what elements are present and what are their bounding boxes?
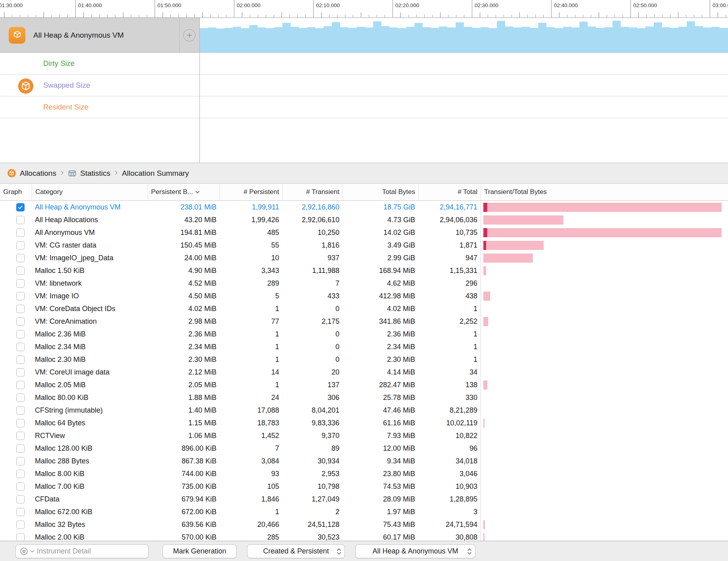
- table-row[interactable]: Malloc 2.00 KiB 570.00 KiB 285 30,523 60…: [0, 531, 728, 541]
- col-header-num-persistent[interactable]: # Persistent: [220, 184, 282, 200]
- table-row[interactable]: VM: Image IO 4.50 MiB 5 433 412.98 MiB 4…: [0, 290, 728, 302]
- num-transient-cell: 24,51,128: [282, 518, 343, 531]
- table-row[interactable]: Malloc 2.05 MiB 2.05 MiB 1 137 282.47 Mi…: [0, 378, 728, 391]
- row-checkbox[interactable]: [16, 444, 25, 453]
- row-checkbox[interactable]: [16, 368, 25, 377]
- add-instrument-button[interactable]: [183, 29, 195, 41]
- row-checkbox[interactable]: [16, 521, 25, 529]
- table-row[interactable]: All Heap & Anonymous VM 238.01 MiB 1,99,…: [0, 201, 728, 213]
- table-row[interactable]: Malloc 672.00 KiB 672.00 KiB 1 2 1.97 Mi…: [0, 505, 728, 518]
- table-row[interactable]: VM: CoreData Object IDs 4.02 MiB 1 0 4.0…: [0, 302, 728, 315]
- row-checkbox[interactable]: [16, 533, 25, 541]
- row-checkbox[interactable]: [16, 457, 25, 465]
- table-row[interactable]: All Anonymous VM 194.81 MiB 485 10,250 1…: [0, 226, 728, 239]
- row-checkbox[interactable]: [16, 305, 25, 313]
- track-header[interactable]: All Heap & Anonymous VM: [0, 18, 199, 53]
- table-row[interactable]: Malloc 128.00 KiB 896.00 KiB 7 89 12.00 …: [0, 442, 728, 455]
- allocations-instrument-icon: [17, 78, 34, 94]
- timeline-ruler[interactable]: 01:30.00001:40.00001:50.00002:00.00002:1…: [0, 0, 728, 18]
- table-row[interactable]: VM: CG raster data 150.45 MiB 55 1,816 3…: [0, 239, 728, 252]
- row-checkbox[interactable]: [16, 203, 25, 211]
- col-header-category[interactable]: Category: [32, 184, 148, 200]
- table-row[interactable]: Malloc 2.34 MiB 2.34 MiB 1 0 2.34 MiB 1: [0, 340, 728, 353]
- category-cell: Malloc 1.50 KiB: [32, 264, 148, 277]
- track-header-divider: [179, 18, 180, 52]
- col-header-persistent-bytes[interactable]: Persistent B...: [148, 184, 220, 200]
- persistent-bytes-cell: 896.00 KiB: [148, 442, 220, 455]
- ruler-time-label: 01:40.000: [75, 0, 102, 17]
- col-header-transient-total-bytes[interactable]: Transient/Total Bytes: [481, 184, 728, 200]
- row-checkbox[interactable]: [16, 432, 25, 440]
- transient-total-bar-cell: [481, 290, 728, 302]
- num-total-cell: 8,21,289: [418, 404, 481, 417]
- num-transient-cell: 10,250: [282, 226, 343, 239]
- row-checkbox[interactable]: [16, 495, 25, 503]
- num-total-cell: 3,046: [418, 467, 481, 480]
- persistent-bytes-cell: 735.00 KiB: [148, 480, 220, 493]
- table-row[interactable]: RCTView 1.06 MiB 1,452 9,370 7.93 MiB 10…: [0, 429, 728, 442]
- table-row[interactable]: Malloc 8.00 KiB 744.00 KiB 93 2,953 23.8…: [0, 467, 728, 480]
- transient-total-bar-cell: [481, 404, 728, 417]
- table-row[interactable]: Malloc 32 Bytes 639.56 KiB 20,466 24,51,…: [0, 518, 728, 531]
- memory-usage-graph[interactable]: [200, 18, 728, 52]
- col-header-num-total[interactable]: # Total: [418, 184, 481, 200]
- row-checkbox[interactable]: [16, 381, 25, 389]
- table-row[interactable]: VM: libnetwork 4.52 MiB 289 7 4.62 MiB 2…: [0, 277, 728, 290]
- table-row[interactable]: Malloc 288 Bytes 867.38 KiB 3,084 30,934…: [0, 455, 728, 467]
- ruler-time-label: 02:50.000: [630, 0, 657, 17]
- col-header-graph[interactable]: Graph: [0, 184, 32, 200]
- num-total-cell: 296: [418, 277, 481, 290]
- scope-filter-dropdown[interactable]: All Heap & Anonymous VM: [355, 544, 475, 558]
- table-row[interactable]: CFString (immutable) 1.40 MiB 17,088 8,0…: [0, 404, 728, 417]
- mark-generation-button[interactable]: Mark Generation: [163, 544, 237, 558]
- row-checkbox[interactable]: [16, 419, 25, 427]
- transient-total-bar-cell: [481, 239, 728, 252]
- row-checkbox[interactable]: [16, 229, 25, 237]
- breadcrumb-allocation-summary[interactable]: Allocation Summary: [122, 169, 189, 178]
- row-checkbox[interactable]: [16, 355, 25, 364]
- row-checkbox[interactable]: [16, 406, 25, 415]
- persistent-bytes-cell: 194.81 MiB: [148, 226, 220, 239]
- memory-graph-svg: [200, 18, 728, 52]
- col-header-total-bytes[interactable]: Total Bytes: [343, 184, 418, 200]
- lifecycle-filter-dropdown[interactable]: Created & Persistent: [247, 544, 345, 558]
- row-checkbox[interactable]: [16, 267, 25, 275]
- table-row[interactable]: Malloc 1.50 KiB 4.90 MiB 3,343 1,11,988 …: [0, 264, 728, 277]
- table-row[interactable]: Malloc 2.30 MiB 2.30 MiB 1 0 2.30 MiB 1: [0, 353, 728, 366]
- table-row[interactable]: VM: ImageIO_jpeg_Data 24.00 MiB 10 937 2…: [0, 252, 728, 264]
- table-row[interactable]: CFData 679.94 KiB 1,846 1,27,049 28.09 M…: [0, 493, 728, 505]
- row-checkbox[interactable]: [16, 470, 25, 478]
- ruler-time-label: 01:50.000: [155, 0, 181, 17]
- col-header-num-transient[interactable]: # Transient: [282, 184, 343, 200]
- lane-resident-size[interactable]: Resident Size: [0, 96, 199, 118]
- row-checkbox[interactable]: [16, 343, 25, 351]
- instruments-window: 01:30.00001:40.00001:50.00002:00.00002:1…: [0, 0, 728, 561]
- breadcrumb-allocations[interactable]: Allocations: [7, 169, 56, 178]
- row-checkbox[interactable]: [16, 482, 25, 491]
- persistent-bytes-cell: 2.05 MiB: [148, 378, 220, 391]
- row-checkbox[interactable]: [16, 508, 25, 516]
- row-checkbox[interactable]: [16, 279, 25, 288]
- graph-cell: [0, 328, 32, 340]
- row-checkbox[interactable]: [16, 317, 25, 326]
- table-row[interactable]: All Heap Allocations 43.20 MiB 1,99,426 …: [0, 213, 728, 226]
- row-checkbox[interactable]: [16, 330, 25, 338]
- row-checkbox[interactable]: [16, 241, 25, 250]
- row-checkbox[interactable]: [16, 394, 25, 402]
- table-row[interactable]: Malloc 7.00 KiB 735.00 KiB 105 10,798 74…: [0, 480, 728, 493]
- row-checkbox[interactable]: [16, 292, 25, 300]
- num-transient-cell: 9,83,336: [282, 417, 343, 429]
- table-row[interactable]: VM: CoreUI image data 2.12 MiB 14 20 4.1…: [0, 366, 728, 378]
- instrument-detail-filter-field[interactable]: Instrument Detail: [15, 544, 149, 558]
- table-row[interactable]: Malloc 64 Bytes 1.15 MiB 18,783 9,83,336…: [0, 417, 728, 429]
- category-cell: VM: CoreData Object IDs: [32, 302, 148, 315]
- transient-total-bar-cell: [481, 353, 728, 366]
- row-checkbox[interactable]: [16, 216, 25, 224]
- num-persistent-cell: 1: [220, 302, 282, 315]
- table-row[interactable]: Malloc 80.00 KiB 1.88 MiB 24 306 25.78 M…: [0, 391, 728, 404]
- breadcrumb-statistics[interactable]: Statistics: [68, 169, 110, 178]
- table-row[interactable]: VM: CoreAnimation 2.98 MiB 77 2,175 341.…: [0, 315, 728, 328]
- table-row[interactable]: Malloc 2.36 MiB 2.36 MiB 1 0 2.36 MiB 1: [0, 328, 728, 340]
- lane-dirty-size[interactable]: Dirty Size: [0, 53, 199, 75]
- row-checkbox[interactable]: [16, 254, 25, 262]
